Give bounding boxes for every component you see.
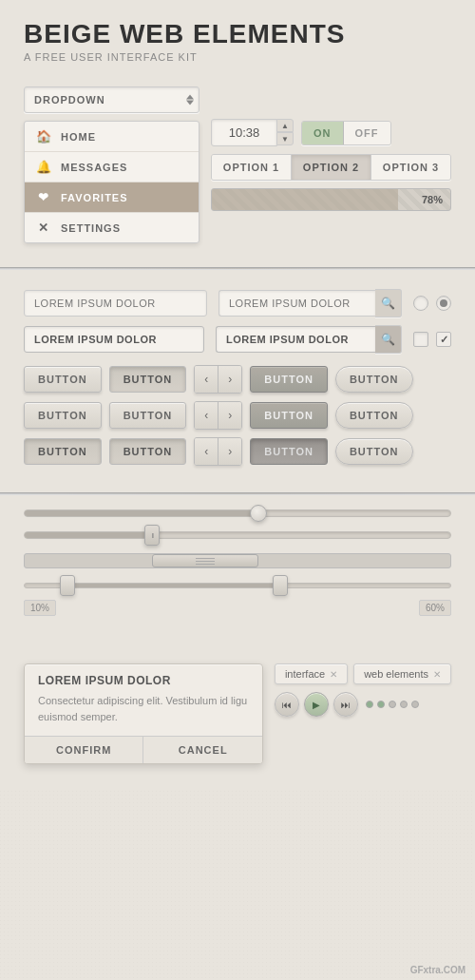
- tag-web-elements-close-icon[interactable]: ✕: [433, 669, 441, 680]
- time-input-group: ▲ ▼: [211, 119, 294, 146]
- time-up-button[interactable]: ▲: [276, 119, 294, 132]
- toggle-on-button[interactable]: ON: [302, 122, 344, 144]
- bottom-row: LOREM IPSUM DOLOR Consectetur adipiscing…: [24, 663, 451, 764]
- dot-2: [377, 701, 385, 708]
- menu-label-settings: SETTINGS: [61, 222, 121, 234]
- media-prev-button[interactable]: ⏮: [275, 692, 299, 717]
- settings-icon: ✕: [36, 221, 51, 235]
- menu-label-home: HOME: [61, 131, 96, 143]
- modal-title: LOREM IPSUM DOLOR: [38, 674, 249, 687]
- page-title: BEIGE WEB ELEMENTS: [24, 19, 451, 49]
- btn-1-1[interactable]: BUTTON: [24, 366, 102, 393]
- input-group-4: 🔍: [216, 325, 402, 354]
- watermark: GFxtra.COM: [410, 965, 466, 975]
- page-subtitle: A FREE USER INTERFACE KIT: [24, 51, 451, 63]
- radio-empty[interactable]: [413, 296, 428, 311]
- confirm-button[interactable]: CONFIRM: [25, 737, 143, 763]
- time-arrow-buttons: ▲ ▼: [276, 119, 294, 146]
- dot-4: [400, 701, 408, 708]
- nav-btn-group-3: ‹ ›: [194, 437, 242, 466]
- slider-row-3: [24, 553, 451, 568]
- tab-option-1[interactable]: OPTION 1: [212, 155, 292, 180]
- range-label-row: 10% 60%: [24, 600, 451, 616]
- tab-option-3[interactable]: OPTION 3: [371, 155, 450, 180]
- modal-body: Consectetur adipiscing elit. Vestibulum …: [25, 691, 262, 736]
- btn-2-1[interactable]: BUTTON: [24, 402, 102, 429]
- slider-thumb-1[interactable]: [250, 505, 267, 522]
- modal-card: LOREM IPSUM DOLOR Consectetur adipiscing…: [24, 663, 263, 764]
- checkbox-group: ✓: [413, 325, 451, 354]
- buttons-grid: BUTTON BUTTON ‹ › BUTTON BUTTON BUTTON B…: [24, 365, 451, 466]
- toggle-off-button[interactable]: OFF: [344, 122, 390, 144]
- modal-footer: CONFIRM CANCEL: [25, 736, 262, 763]
- tab-option-2[interactable]: OPTION 2: [292, 155, 371, 180]
- nav-prev-3[interactable]: ‹: [195, 438, 218, 465]
- text-input-2[interactable]: [218, 290, 375, 317]
- text-input-4[interactable]: [216, 326, 375, 353]
- menu-item-home[interactable]: 🏠 HOME: [25, 122, 199, 152]
- checkbox-empty[interactable]: [413, 332, 428, 347]
- tag-interface-close-icon[interactable]: ✕: [330, 669, 337, 680]
- dropdown-menu-group: DROPDOWN OPTION A OPTION B 🏠 HOME 🔔 MESS…: [24, 86, 200, 243]
- progress-bar: 78%: [211, 188, 451, 211]
- time-down-button[interactable]: ▼: [276, 132, 294, 145]
- slider-row-1: [24, 509, 451, 517]
- slider-thumb-2[interactable]: [144, 525, 160, 546]
- checkbox-checked[interactable]: ✓: [436, 332, 451, 347]
- progress-fill: [212, 189, 398, 210]
- btn-3-5[interactable]: BUTTON: [335, 438, 413, 465]
- scrollbar-line-1: [196, 558, 215, 559]
- btn-2-5[interactable]: BUTTON: [335, 402, 413, 429]
- nav-btn-group-1: ‹ ›: [194, 365, 242, 394]
- btn-2-4[interactable]: BUTTON: [250, 402, 328, 429]
- range-thumb-right[interactable]: [273, 575, 288, 596]
- btn-3-4[interactable]: BUTTON: [250, 438, 328, 465]
- range-label-left: 10%: [24, 600, 56, 616]
- range-thumb-left[interactable]: [60, 575, 75, 596]
- nav-prev-2[interactable]: ‹: [195, 402, 218, 429]
- tag-web-elements[interactable]: web elements ✕: [353, 663, 451, 684]
- range-slider-track: [24, 583, 451, 588]
- text-input-3[interactable]: [24, 326, 204, 353]
- tag-interface[interactable]: interface ✕: [275, 663, 348, 684]
- btn-1-2[interactable]: BUTTON: [109, 366, 187, 393]
- nav-next-3[interactable]: ›: [218, 438, 241, 465]
- scrollbar-lines: [196, 558, 215, 565]
- btn-2-2[interactable]: BUTTON: [109, 402, 187, 429]
- media-row: ⏮ ▶ ⏭: [275, 692, 451, 717]
- btn-3-1[interactable]: BUTTON: [24, 438, 102, 465]
- cancel-button[interactable]: CANCEL: [143, 737, 261, 763]
- nav-btn-group-2: ‹ ›: [194, 401, 242, 430]
- btn-3-2[interactable]: BUTTON: [109, 438, 187, 465]
- dropdown-select[interactable]: DROPDOWN OPTION A OPTION B: [24, 86, 200, 113]
- right-side-controls: interface ✕ web elements ✕ ⏮ ▶ ⏭: [275, 663, 451, 717]
- nav-next-1[interactable]: ›: [218, 366, 241, 393]
- search-button-1[interactable]: 🔍: [375, 289, 402, 317]
- nav-next-2[interactable]: ›: [218, 402, 241, 429]
- menu-item-settings[interactable]: ✕ SETTINGS: [25, 213, 199, 242]
- menu-label-favorites: FAVORITES: [61, 192, 128, 203]
- menu-item-favorites[interactable]: ❤ FAVORITES: [25, 183, 199, 213]
- right-controls: ▲ ▼ ON OFF OPTION 1 OPTION 2 OPTION 3: [211, 119, 451, 211]
- time-input[interactable]: [211, 119, 277, 146]
- text-input-1[interactable]: [24, 290, 207, 317]
- radio-filled[interactable]: [436, 296, 451, 311]
- tab-options-group: OPTION 1 OPTION 2 OPTION 3: [211, 154, 451, 181]
- media-next-button[interactable]: ⏭: [333, 692, 358, 717]
- range-label-right: 60%: [419, 600, 451, 616]
- btn-1-5[interactable]: BUTTON: [335, 366, 413, 393]
- input-group-2: 🔍: [218, 289, 402, 317]
- media-play-button[interactable]: ▶: [304, 692, 329, 717]
- slider-fill-2: [25, 532, 152, 538]
- search-button-2[interactable]: 🔍: [375, 325, 402, 354]
- range-slider-row: 10% 60%: [24, 583, 451, 616]
- btn-1-4[interactable]: BUTTON: [250, 366, 328, 393]
- scrollbar-thumb[interactable]: [152, 554, 258, 567]
- menu-item-messages[interactable]: 🔔 MESSAGES: [25, 152, 199, 183]
- tag-row: interface ✕ web elements ✕: [275, 663, 451, 684]
- input-group-3: [24, 325, 204, 354]
- progress-label: 78%: [422, 194, 443, 205]
- nav-prev-1[interactable]: ‹: [195, 366, 218, 393]
- dot-5: [411, 701, 419, 708]
- slider-track-2: [24, 531, 451, 539]
